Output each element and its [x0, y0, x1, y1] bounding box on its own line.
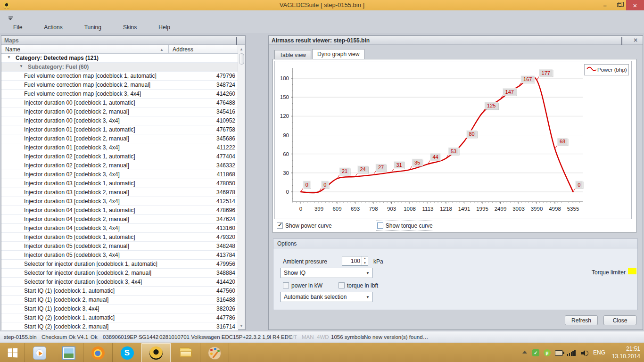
close-button[interactable]: Close — [603, 315, 636, 325]
table-row[interactable]: Injector duration 01 [codeblock 3, 4x4]4… — [1, 143, 238, 152]
tray-utorrent[interactable]: µ — [544, 349, 551, 356]
ambient-pressure-value[interactable]: 100 — [343, 258, 360, 264]
menu-file[interactable]: File — [7, 24, 29, 32]
table-row[interactable]: Start IQ (2) [codeblock 1, automatic]447… — [1, 313, 238, 322]
map-address: 479320 — [169, 233, 238, 241]
show-power-curve-checkbox[interactable]: ✓ — [277, 222, 283, 229]
menu-actions[interactable]: Actions — [37, 24, 69, 32]
spin-up-icon[interactable]: ▲ — [362, 256, 368, 261]
clock-date: 13.10.2014 г. — [612, 353, 640, 362]
map-address: 348884 — [169, 269, 238, 277]
table-row[interactable]: Injector duration 03 [codeblock 2, manua… — [1, 188, 238, 197]
menu-tuning[interactable]: Tuning — [78, 24, 108, 32]
table-row[interactable]: Injector duration 05 [codeblock 1, autom… — [1, 233, 238, 242]
table-row[interactable]: Injector duration 02 [codeblock 3, 4x4]4… — [1, 170, 238, 179]
table-row[interactable]: Injector duration 05 [codeblock 3, 4x4]4… — [1, 251, 238, 260]
table-row[interactable]: Injector duration 01 [codeblock 1, autom… — [1, 125, 238, 134]
svg-text:31: 31 — [396, 162, 402, 168]
table-row[interactable]: Injector duration 03 [codeblock 3, 4x4]4… — [1, 197, 238, 206]
taskbar-skype[interactable]: S — [112, 343, 141, 362]
scroll-up-icon[interactable]: ▲ — [238, 45, 245, 52]
table-row[interactable]: Start IQ (1) [codeblock 1, automatic]447… — [1, 287, 238, 296]
language-indicator[interactable]: ENG — [593, 349, 605, 356]
table-row[interactable]: Fuel volume correction map [codeblock 2,… — [1, 81, 238, 90]
taskbar-firefox[interactable] — [83, 343, 112, 362]
table-row[interactable]: ▼Category: Detected maps (121) — [1, 54, 238, 63]
torque-limiter-swatch — [628, 268, 636, 274]
taskbar-media-player[interactable] — [25, 343, 54, 362]
toolbar-overflow-icon[interactable] — [8, 16, 13, 20]
table-row[interactable]: Injector duration 01 [codeblock 2, manua… — [1, 134, 238, 143]
table-row[interactable]: Start IQ (1) [codeblock 2, manual]316488 — [1, 296, 238, 304]
table-row[interactable]: Start IQ (1) [codeblock 3, 4x4]382026 — [1, 304, 238, 313]
bank-selection-dropdown[interactable]: Automatic bank selection ▼ — [281, 292, 372, 302]
close-button[interactable]: × — [626, 0, 644, 10]
status-item: 0281010701 Volkswagen EDC15P+22.3.2 1,9l… — [159, 334, 292, 340]
minimize-button[interactable]: – — [598, 0, 612, 10]
table-row[interactable]: Selector for injector duration [codebloc… — [1, 269, 238, 278]
clock[interactable]: 21:51 13.10.2014 г. — [612, 345, 640, 362]
tab-table-view[interactable]: Table view — [274, 50, 311, 59]
maps-table-rows: ▼Category: Detected maps (121)▼Subcatego… — [1, 54, 238, 330]
show-hidden-icons-button[interactable] — [522, 349, 527, 354]
power-in-kw-checkbox[interactable] — [283, 282, 289, 288]
taskbar-photo-viewer[interactable] — [54, 343, 83, 362]
scrollbar-thumb[interactable] — [239, 53, 244, 65]
svg-text:1113: 1113 — [422, 206, 434, 212]
options-panel: Options Ambient pressure 100 ▲ ▼ kPa Sho… — [273, 239, 638, 310]
speaker-icon — [581, 350, 588, 356]
power-curve-icon — [586, 66, 597, 74]
spin-down-icon[interactable]: ▼ — [362, 261, 368, 266]
torque-in-lbft-checkbox[interactable] — [339, 282, 345, 288]
table-row[interactable]: Selector for injector duration [codebloc… — [1, 278, 238, 287]
panel-close-icon[interactable]: × — [632, 36, 639, 44]
table-row[interactable]: Injector duration 00 [codeblock 2, manua… — [1, 107, 238, 116]
table-row[interactable]: Selector for injector duration [codebloc… — [1, 260, 238, 269]
menu-skins[interactable]: Skins — [116, 24, 143, 32]
table-row[interactable]: Fuel volume correction map [codeblock 1,… — [1, 72, 238, 81]
table-row[interactable]: Injector duration 04 [codeblock 1, autom… — [1, 206, 238, 215]
pin-icon[interactable] — [621, 38, 627, 43]
table-row[interactable]: Injector duration 04 [codeblock 3, 4x4]4… — [1, 224, 238, 233]
map-address: 447560 — [169, 287, 238, 295]
tab-dyno-graph-view[interactable]: Dyno graph view — [312, 49, 364, 59]
pin-icon[interactable] — [236, 38, 241, 43]
collapse-icon[interactable]: ▼ — [7, 55, 11, 59]
tray-volume[interactable] — [581, 349, 588, 356]
iq-dropdown[interactable]: Show IQ ▼ — [281, 268, 372, 278]
column-header-address[interactable]: Address — [169, 45, 196, 53]
maps-scrollbar[interactable]: ▲ ▼ — [238, 45, 245, 329]
collapse-icon[interactable]: ▼ — [19, 64, 23, 68]
scroll-down-icon[interactable]: ▼ — [238, 322, 245, 329]
show-torque-curve-checkbox[interactable] — [377, 222, 383, 229]
map-name: Injector duration 05 [codeblock 2, manua… — [1, 242, 169, 250]
svg-text:1491: 1491 — [458, 206, 471, 212]
svg-text:693: 693 — [351, 206, 360, 212]
table-row[interactable]: Injector duration 02 [codeblock 2, manua… — [1, 161, 238, 170]
taskbar-file-explorer[interactable] — [171, 343, 200, 362]
table-row[interactable]: Injector duration 04 [codeblock 2, manua… — [1, 215, 238, 224]
table-row[interactable]: Injector duration 00 [codeblock 3, 4x4]4… — [1, 116, 238, 125]
tray-power[interactable] — [555, 349, 563, 356]
svg-text:80: 80 — [469, 131, 474, 137]
table-row[interactable]: Fuel volume correction map [codeblock 3,… — [1, 90, 238, 99]
ambient-pressure-spinner[interactable]: 100 ▲ ▼ — [342, 256, 368, 266]
taskbar-paint[interactable] — [200, 343, 229, 362]
column-header-name[interactable]: Name ▲ — [1, 45, 169, 53]
table-row[interactable]: Injector duration 00 [codeblock 1, autom… — [1, 99, 238, 107]
taskbar-vagedcsuite-active[interactable] — [141, 343, 171, 362]
table-row[interactable]: Injector duration 02 [codeblock 1, autom… — [1, 152, 238, 161]
table-row[interactable]: Injector duration 05 [codeblock 2, manua… — [1, 242, 238, 251]
table-row[interactable]: ▼Subcategory: Fuel (60) — [1, 63, 238, 72]
refresh-button[interactable]: Refresh — [565, 315, 598, 325]
table-row[interactable]: Start IQ (2) [codeblock 2, manual]316714 — [1, 322, 238, 330]
tray-antivirus[interactable]: ✓ — [532, 349, 539, 356]
map-name: Fuel volume correction map [codeblock 2,… — [1, 81, 169, 89]
menu-help[interactable]: Help — [152, 24, 177, 32]
table-row[interactable]: Injector duration 03 [codeblock 1, autom… — [1, 179, 238, 188]
restore-button[interactable] — [612, 0, 626, 10]
start-button[interactable] — [0, 343, 25, 362]
map-address: 478050 — [169, 179, 238, 188]
tray-network[interactable] — [567, 349, 576, 356]
svg-text:30: 30 — [283, 170, 289, 176]
